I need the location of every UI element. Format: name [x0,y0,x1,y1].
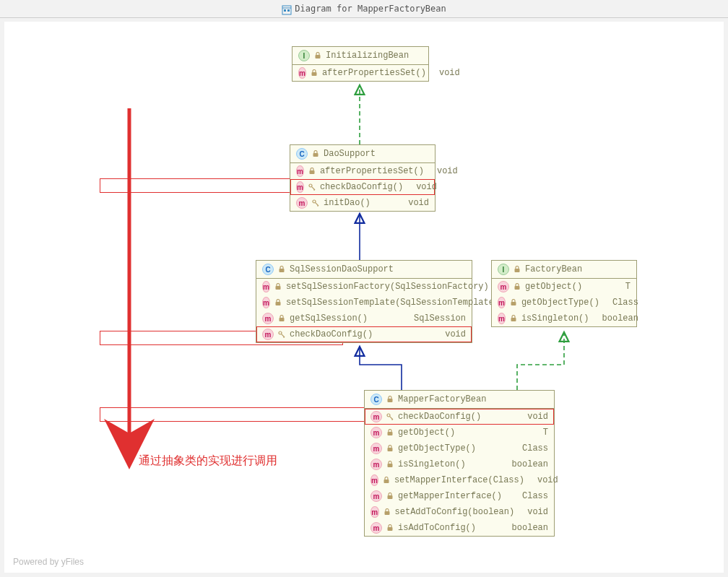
svg-rect-10 [309,170,314,174]
method-icon: m [370,522,382,534]
svg-rect-3 [287,9,290,12]
method-icon: m [498,313,506,324]
svg-rect-38 [388,527,393,531]
svg-rect-17 [280,269,285,272]
lock-icon [274,283,282,290]
lock-icon [510,315,517,322]
uml-member-row[interactable]: minitDao()void [290,195,435,211]
uml-member-row[interactable]: msetSqlSessionFactory(SqlSessionFactory)… [256,279,472,295]
method-icon: m [296,165,304,177]
method-icon: m [370,506,379,518]
uml-member-row[interactable]: mcheckDaoConfig()void [365,409,554,425]
uml-body: mcheckDaoConfig()voidmgetObject()TmgetOb… [365,409,554,536]
lock-icon [386,493,394,500]
interface-icon: I [498,264,509,275]
method-icon: m [498,281,509,292]
method-icon: m [296,197,308,209]
uml-member-row[interactable]: mgetObjectType()Class [492,295,636,311]
member-return-type: void [529,475,558,485]
uml-member-row[interactable]: mgetObjectType()Class [365,441,554,456]
method-icon: m [370,443,382,454]
member-name: getObject() [398,428,455,438]
diagram-canvas[interactable]: IInitializingBeanmafterPropertiesSet()vo… [4,22,724,573]
method-icon: m [370,459,382,470]
uml-member-row[interactable]: msetMapperInterface(Class)void [365,472,554,488]
uml-member-row[interactable]: misSingleton()boolean [365,456,554,472]
svg-line-30 [389,416,393,420]
member-return-type: void [399,198,429,208]
class-icon: C [296,148,308,160]
member-name: checkDaoConfig() [290,329,373,339]
member-return-type: boolean [503,523,548,533]
uml-header[interactable]: CMapperFactoryBean [365,391,554,409]
lock-icon [312,150,319,157]
uml-member-row[interactable]: mcheckDaoConfig()void [256,326,472,342]
class-icon: C [262,264,274,275]
member-name: afterPropertiesSet() [320,166,424,176]
svg-rect-26 [511,302,516,305]
app-window: Diagram for MapperFactoryBean [0,0,728,577]
member-name: getMapperInterface() [398,491,502,501]
uml-interface-factoryBean[interactable]: IFactoryBeanmgetObject()TmgetObjectType(… [491,260,637,327]
member-return-type: void [407,182,437,192]
svg-rect-34 [388,464,393,467]
uml-class-daoSupport[interactable]: CDaoSupportmafterPropertiesSet()voidmche… [290,144,436,212]
uml-member-row[interactable]: mgetObject()T [492,279,636,295]
key-icon [308,183,316,191]
uml-header[interactable]: IFactoryBean [492,261,636,279]
method-icon: m [262,313,274,324]
uml-class-sqlSessionDaoSupport[interactable]: CSqlSessionDaoSupportmsetSqlSessionFacto… [256,260,472,343]
key-icon [312,199,319,207]
member-name: setMapperInterface(Class) [394,475,524,485]
member-name: setSqlSessionFactory(SqlSessionFactory) [286,282,489,292]
lock-icon [386,461,394,468]
uml-header[interactable]: IInitializingBean [292,47,428,65]
member-return-type: void [519,412,548,422]
svg-rect-27 [511,318,516,321]
member-name: isAddToConfig() [398,523,476,533]
uml-member-row[interactable]: misAddToConfig()boolean [365,520,554,536]
svg-rect-7 [316,55,321,58]
svg-point-14 [313,200,316,203]
svg-point-11 [309,184,312,187]
interface-icon: I [298,50,310,61]
uml-interface-initializingBean[interactable]: IInitializingBeanmafterPropertiesSet()vo… [292,46,429,82]
method-icon: m [298,67,306,79]
svg-rect-18 [275,286,280,290]
member-name: setAddToConfig(boolean) [395,507,515,517]
lock-icon [386,396,394,403]
class-name: DaoSupport [324,149,376,159]
lock-icon [386,445,394,452]
uml-body: mafterPropertiesSet()void [292,65,428,81]
uml-member-row[interactable]: misSingleton()boolean [492,311,636,326]
svg-line-12 [311,186,315,190]
svg-rect-8 [311,72,316,76]
svg-rect-28 [388,399,393,402]
uml-member-row[interactable]: msetSqlSessionTemplate(SqlSessionTemplat… [256,295,472,311]
uml-header[interactable]: CSqlSessionDaoSupport [256,261,472,279]
svg-rect-33 [388,448,393,451]
class-name: SqlSessionDaoSupport [290,264,394,274]
svg-rect-0 [282,6,291,14]
uml-member-row[interactable]: mgetObject()T [365,425,554,441]
uml-member-row[interactable]: mafterPropertiesSet()void [292,65,428,81]
svg-rect-24 [515,269,520,272]
uml-member-row[interactable]: msetAddToConfig(boolean)void [365,504,554,520]
method-icon: m [370,411,382,422]
lock-icon [510,299,517,306]
member-name: checkDaoConfig() [398,412,481,422]
uml-header[interactable]: CDaoSupport [290,145,435,163]
uml-member-row[interactable]: mcheckDaoConfig()void [290,179,435,195]
uml-member-row[interactable]: mafterPropertiesSet()void [290,163,435,179]
lock-icon [311,69,318,77]
svg-rect-36 [388,495,393,499]
class-icon: C [370,394,382,405]
svg-rect-20 [280,318,285,321]
uml-member-row[interactable]: mgetSqlSession()SqlSession [256,311,472,326]
member-return-type: Class [514,443,548,454]
svg-rect-35 [384,480,389,483]
uml-body: mafterPropertiesSet()voidmcheckDaoConfig… [290,163,435,211]
member-return-type: void [430,68,460,78]
uml-member-row[interactable]: mgetMapperInterface()Class [365,488,554,504]
uml-class-mapperFactoryBean[interactable]: CMapperFactoryBeanmcheckDaoConfig()voidm… [364,390,555,537]
